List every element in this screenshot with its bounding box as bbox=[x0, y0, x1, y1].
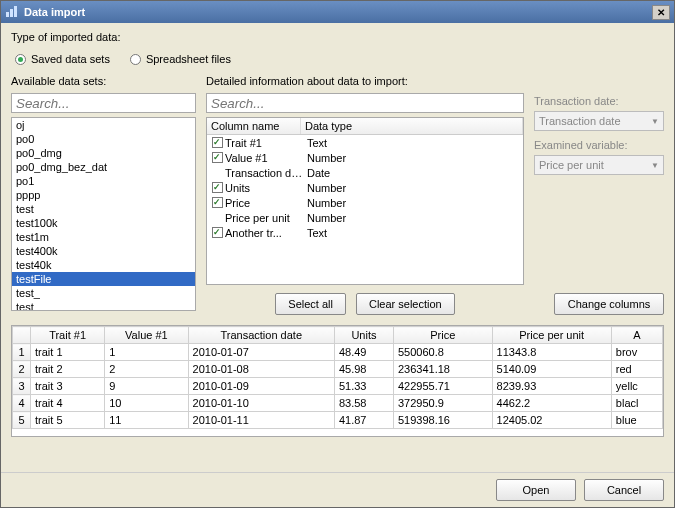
row-header[interactable]: 4 bbox=[13, 395, 31, 412]
table-cell[interactable]: brov bbox=[611, 344, 662, 361]
list-item[interactable]: po0_dmg_bez_dat bbox=[12, 160, 195, 174]
list-item[interactable]: test_ bbox=[12, 286, 195, 300]
transaction-date-dropdown[interactable]: Transaction date ▼ bbox=[534, 111, 664, 131]
list-item[interactable]: test100k bbox=[12, 216, 195, 230]
list-item[interactable]: test400k bbox=[12, 244, 195, 258]
table-cell[interactable]: trait 4 bbox=[31, 395, 105, 412]
list-item[interactable]: po1 bbox=[12, 174, 195, 188]
table-header[interactable]: A bbox=[611, 327, 662, 344]
table-cell[interactable]: 2010-01-09 bbox=[188, 378, 334, 395]
row-header[interactable]: 1 bbox=[13, 344, 31, 361]
table-cell[interactable]: 11 bbox=[105, 412, 188, 429]
table-cell[interactable]: 1 bbox=[105, 344, 188, 361]
table-header[interactable]: Trait #1 bbox=[31, 327, 105, 344]
table-cell[interactable]: 51.33 bbox=[334, 378, 393, 395]
examined-variable-dropdown[interactable]: Price per unit ▼ bbox=[534, 155, 664, 175]
open-button[interactable]: Open bbox=[496, 479, 576, 501]
table-header[interactable] bbox=[13, 327, 31, 344]
table-cell[interactable]: 372950.9 bbox=[393, 395, 492, 412]
table-cell[interactable]: 48.49 bbox=[334, 344, 393, 361]
checkbox-icon[interactable] bbox=[212, 227, 223, 238]
table-cell[interactable]: 5140.09 bbox=[492, 361, 611, 378]
titlebar: Data import ✕ bbox=[1, 1, 674, 23]
table-cell[interactable]: trait 1 bbox=[31, 344, 105, 361]
table-header[interactable]: Units bbox=[334, 327, 393, 344]
list-item[interactable]: test__ bbox=[12, 300, 195, 311]
table-row[interactable]: 2trait 222010-01-0845.98236341.185140.09… bbox=[13, 361, 663, 378]
column-row[interactable]: Another tr...Text bbox=[207, 225, 523, 240]
table-cell[interactable]: yellc bbox=[611, 378, 662, 395]
table-header[interactable]: Transaction date bbox=[188, 327, 334, 344]
list-item[interactable]: test1m bbox=[12, 230, 195, 244]
table-cell[interactable]: 550060.8 bbox=[393, 344, 492, 361]
table-cell[interactable]: 2010-01-07 bbox=[188, 344, 334, 361]
list-item[interactable]: oj bbox=[12, 118, 195, 132]
table-cell[interactable]: 11343.8 bbox=[492, 344, 611, 361]
available-search-input[interactable] bbox=[11, 93, 196, 113]
table-header[interactable]: Value #1 bbox=[105, 327, 188, 344]
column-row[interactable]: UnitsNumber bbox=[207, 180, 523, 195]
column-row[interactable]: Value #1Number bbox=[207, 150, 523, 165]
list-item[interactable]: pppp bbox=[12, 188, 195, 202]
checkbox-icon[interactable] bbox=[212, 152, 223, 163]
checkbox-icon[interactable] bbox=[212, 182, 223, 193]
table-header[interactable]: Price per unit bbox=[492, 327, 611, 344]
list-item[interactable]: po0_dmg bbox=[12, 146, 195, 160]
list-item[interactable]: testFile bbox=[12, 272, 195, 286]
row-header[interactable]: 5 bbox=[13, 412, 31, 429]
list-item[interactable]: test bbox=[12, 202, 195, 216]
close-button[interactable]: ✕ bbox=[652, 5, 670, 20]
detail-search-input[interactable] bbox=[206, 93, 524, 113]
table-row[interactable]: 4trait 4102010-01-1083.58372950.94462.2b… bbox=[13, 395, 663, 412]
radio-dot-icon bbox=[130, 54, 141, 65]
table-row[interactable]: 5trait 5112010-01-1141.87519398.1612405.… bbox=[13, 412, 663, 429]
table-cell[interactable]: 236341.18 bbox=[393, 361, 492, 378]
table-header[interactable]: Price bbox=[393, 327, 492, 344]
table-cell[interactable]: red bbox=[611, 361, 662, 378]
table-cell[interactable]: 2010-01-08 bbox=[188, 361, 334, 378]
table-cell[interactable]: blacl bbox=[611, 395, 662, 412]
table-cell[interactable]: 10 bbox=[105, 395, 188, 412]
available-listbox[interactable]: ojpo0po0_dmgpo0_dmg_bez_datpo1pppptestte… bbox=[11, 117, 196, 311]
checkbox-icon[interactable] bbox=[212, 137, 223, 148]
preview-table-container[interactable]: Trait #1Value #1Transaction dateUnitsPri… bbox=[11, 325, 664, 437]
list-item[interactable]: po0 bbox=[12, 132, 195, 146]
table-cell[interactable]: 2010-01-11 bbox=[188, 412, 334, 429]
table-cell[interactable]: 4462.2 bbox=[492, 395, 611, 412]
table-cell[interactable]: trait 5 bbox=[31, 412, 105, 429]
cancel-button[interactable]: Cancel bbox=[584, 479, 664, 501]
radio-saved-data-sets[interactable]: Saved data sets bbox=[15, 53, 110, 65]
clear-selection-button[interactable]: Clear selection bbox=[356, 293, 455, 315]
table-row[interactable]: 1trait 112010-01-0748.49550060.811343.8b… bbox=[13, 344, 663, 361]
select-all-button[interactable]: Select all bbox=[275, 293, 346, 315]
column-row[interactable]: Price per unitNumber bbox=[207, 210, 523, 225]
table-cell[interactable]: 83.58 bbox=[334, 395, 393, 412]
table-row[interactable]: 3trait 392010-01-0951.33422955.718239.93… bbox=[13, 378, 663, 395]
header-column-name[interactable]: Column name bbox=[207, 118, 301, 134]
table-cell[interactable]: 12405.02 bbox=[492, 412, 611, 429]
svg-rect-2 bbox=[14, 6, 17, 17]
table-cell[interactable]: 9 bbox=[105, 378, 188, 395]
table-cell[interactable]: 45.98 bbox=[334, 361, 393, 378]
column-row[interactable]: PriceNumber bbox=[207, 195, 523, 210]
table-cell[interactable]: 2010-01-10 bbox=[188, 395, 334, 412]
row-header[interactable]: 3 bbox=[13, 378, 31, 395]
list-item[interactable]: test40k bbox=[12, 258, 195, 272]
column-row[interactable]: Trait #1Text bbox=[207, 135, 523, 150]
table-cell[interactable]: 41.87 bbox=[334, 412, 393, 429]
table-cell[interactable]: trait 3 bbox=[31, 378, 105, 395]
column-row[interactable]: Transaction dateDate bbox=[207, 165, 523, 180]
column-name: Transaction date bbox=[225, 167, 303, 179]
checkbox-icon[interactable] bbox=[212, 197, 223, 208]
columns-listbox[interactable]: Column name Data type Trait #1TextValue … bbox=[206, 117, 524, 285]
header-data-type[interactable]: Data type bbox=[301, 118, 523, 134]
table-cell[interactable]: 519398.16 bbox=[393, 412, 492, 429]
table-cell[interactable]: 2 bbox=[105, 361, 188, 378]
table-cell[interactable]: blue bbox=[611, 412, 662, 429]
change-columns-button[interactable]: Change columns bbox=[554, 293, 664, 315]
table-cell[interactable]: trait 2 bbox=[31, 361, 105, 378]
table-cell[interactable]: 8239.93 bbox=[492, 378, 611, 395]
row-header[interactable]: 2 bbox=[13, 361, 31, 378]
table-cell[interactable]: 422955.71 bbox=[393, 378, 492, 395]
radio-spreadsheet-files[interactable]: Spreadsheet files bbox=[130, 53, 231, 65]
